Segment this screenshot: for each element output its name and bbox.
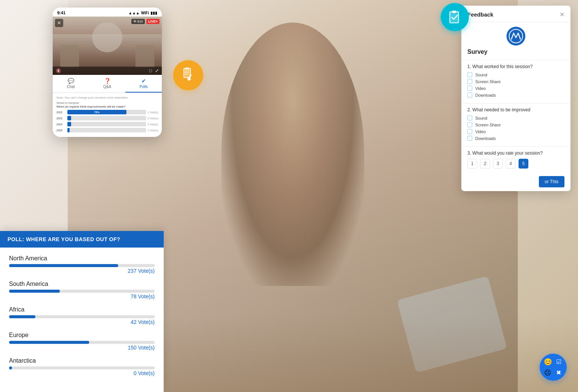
tab-chat[interactable]: 💬 Chat [53, 75, 89, 93]
fullscreen-icon[interactable]: ⤢ [155, 68, 159, 73]
checkbox-screenshare-2[interactable] [467, 122, 472, 127]
poll-bar-wrap: 75% [67, 110, 146, 114]
poll-year-label: 2025 [56, 129, 66, 132]
option-label: Sound [475, 73, 487, 77]
phone-time: 9:41 [57, 11, 65, 15]
checkbox-downloads-2[interactable] [467, 136, 472, 141]
svg-rect-6 [452, 11, 456, 13]
subtitles-icon[interactable]: □ [149, 68, 152, 73]
poll-bar-fill [67, 128, 70, 132]
option-label: Downloads [475, 136, 496, 141]
smiley-icon: 😊 [544, 358, 552, 366]
region-bar-fill [9, 264, 118, 267]
region-bar-wrap [9, 290, 155, 293]
poll-bar-wrap [67, 122, 146, 126]
phone-poll-question: When do experts think improvements will … [56, 105, 158, 108]
region-name: North America [9, 255, 155, 262]
checkbox-sound-1[interactable] [467, 72, 472, 77]
x-icon: ✖ [556, 369, 561, 376]
checkbox-downloads-1[interactable] [467, 93, 472, 97]
rating-row: 1 2 3 4 5 [467, 159, 564, 169]
svg-rect-5 [450, 12, 458, 23]
option-label: Downloads [475, 93, 496, 97]
option-screenshare-2[interactable]: Screen Share [467, 122, 564, 127]
feedback-close-button[interactable]: ✕ [560, 11, 564, 18]
option-label: Video [475, 129, 486, 134]
poll-year-label: 2024 [56, 123, 66, 126]
rating-4[interactable]: 4 [506, 159, 516, 169]
phone-poll-note: Note: You can't change your answers once… [56, 96, 158, 99]
polls-icon: ✔ [141, 78, 146, 84]
bottom-right-icon-group: 😊 ☑ ☹ ✖ [540, 354, 567, 381]
feedback-logo [461, 22, 570, 49]
poll-bar-wrap [67, 128, 146, 132]
motorola-logo [507, 27, 525, 46]
mute-icon[interactable]: 🔇 [56, 68, 61, 73]
checkmark-icon: ☑ [556, 358, 561, 365]
qa-icon: ❓ [104, 78, 111, 84]
option-label: Video [475, 86, 486, 91]
live-badge: LIVE+ [146, 19, 160, 24]
survey-title: Survey [461, 49, 570, 60]
rating-2[interactable]: 2 [480, 159, 490, 169]
region-name: Europe [9, 332, 155, 339]
poll-region-africa: Africa 42 Vote(s) [9, 306, 155, 325]
survey-click-icon [173, 60, 203, 90]
submit-button[interactable]: or This [539, 176, 564, 187]
feedback-panel: Feedback ✕ Survey 1. What worked for thi… [461, 6, 570, 191]
svg-rect-1 [185, 68, 189, 69]
region-vote-count: 78 Vote(s) [9, 293, 155, 299]
phone-poll-content: Note: You can't change your answers once… [53, 93, 162, 137]
survey-question-2: 2. What needed to be improved Sound Scre… [461, 103, 570, 146]
option-video-2[interactable]: Video [467, 129, 564, 134]
phone-status-bar: 9:41 ▲▲▲ WiFi ▮▮▮ [53, 8, 162, 17]
checkbox-video-1[interactable] [467, 86, 472, 91]
phone-video-area: ✕ 👁 810 LIVE+ 🔇 □ ⤢ [53, 17, 162, 75]
rating-5[interactable]: 5 [519, 159, 528, 169]
phone-poll-bar-2024: 2024 3 Vote(s) [56, 122, 158, 126]
region-bar-wrap [9, 341, 155, 344]
phone-poll-bar-2023: 2023 0 Vote(s) [56, 116, 158, 120]
video-people [53, 17, 162, 75]
phone-status-icons: ▲▲▲ WiFi ▮▮▮ [128, 11, 157, 15]
wifi-icon: WiFi [141, 11, 149, 15]
region-bar-fill [9, 290, 60, 293]
option-screenshare-1[interactable]: Screen Share [467, 79, 564, 84]
poll-bar-fill: 75% [67, 110, 126, 114]
region-name: South America [9, 281, 155, 287]
rating-3[interactable]: 3 [493, 159, 503, 169]
option-video-1[interactable]: Video [467, 86, 564, 91]
question-1-text: 1. What worked for this session? [467, 64, 564, 69]
option-downloads-2[interactable]: Downloads [467, 136, 564, 141]
region-vote-count: 0 Vote(s) [9, 370, 155, 376]
region-name: Antarctica [9, 357, 155, 364]
tab-qa[interactable]: ❓ Q&A [89, 75, 126, 93]
question-3-text: 3. What would you rate your session? [467, 150, 564, 156]
checkbox-sound-2[interactable] [467, 115, 472, 120]
region-bar-wrap [9, 315, 155, 318]
phone-mockup: 9:41 ▲▲▲ WiFi ▮▮▮ ✕ 👁 810 LIVE+ 🔇 [53, 8, 162, 137]
checkbox-video-2[interactable] [467, 129, 472, 134]
checkbox-screenshare-1[interactable] [467, 79, 472, 84]
region-vote-count: 150 Vote(s) [9, 345, 155, 351]
feedback-title: Feedback [467, 11, 493, 18]
rating-1[interactable]: 1 [467, 159, 477, 169]
poll-shown-label: Shown to everyone [56, 102, 158, 104]
option-downloads-1[interactable]: Downloads [467, 93, 564, 97]
region-bar-wrap [9, 264, 155, 267]
poll-bar-fill [67, 122, 71, 126]
region-vote-count: 42 Vote(s) [9, 319, 155, 325]
video-close-button[interactable]: ✕ [55, 19, 63, 27]
phone-poll-bar-2025: 2025 1 Vote(s) [56, 128, 158, 132]
region-bar-fill [9, 315, 35, 318]
option-sound-2[interactable]: Sound [467, 115, 564, 120]
view-count-badge: 👁 810 [131, 19, 145, 24]
region-name: Africa [9, 306, 155, 313]
poll-year-label: 2022 [56, 111, 66, 114]
region-bar-wrap [9, 366, 155, 369]
chat-icon: 💬 [68, 78, 74, 84]
option-label: Screen Share [475, 79, 500, 84]
tab-polls[interactable]: ✔ Polls [125, 75, 162, 93]
survey-question-1: 1. What worked for this session? Sound S… [461, 60, 570, 103]
option-sound-1[interactable]: Sound [467, 72, 564, 77]
